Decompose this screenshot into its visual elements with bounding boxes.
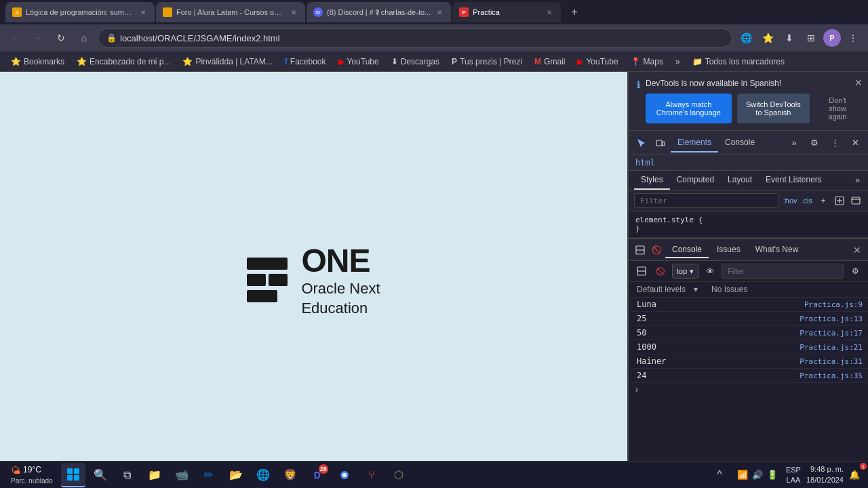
reload-button[interactable]: ↻ bbox=[52, 28, 71, 47]
tab-2[interactable]: Foro | Alura Latam - Cursos onl... ✕ bbox=[156, 2, 305, 22]
edge-button[interactable]: 🌐 bbox=[251, 463, 275, 487]
device-mode-button[interactable] bbox=[652, 134, 669, 152]
styles-filter-input[interactable] bbox=[634, 193, 779, 208]
git-button[interactable]: ⑂ bbox=[359, 463, 384, 487]
entry-link-0[interactable]: Practica.js:9 bbox=[804, 300, 863, 309]
explorer-button[interactable]: 📁 bbox=[142, 463, 167, 487]
tab-elements[interactable]: Elements bbox=[671, 134, 718, 152]
tab-styles[interactable]: Styles bbox=[634, 171, 670, 190]
tab-console[interactable]: Console bbox=[718, 134, 762, 152]
start-button[interactable] bbox=[61, 463, 85, 487]
more-devtools-tabs[interactable]: » bbox=[785, 134, 803, 152]
tab-layout[interactable]: Layout bbox=[721, 171, 759, 190]
close-devtools-button[interactable]: ✕ bbox=[846, 134, 864, 152]
bookmark-all[interactable]: 📁 Todos los marcadores bbox=[687, 54, 790, 70]
extensions-button[interactable]: ⋮ bbox=[844, 28, 863, 47]
bookmark-descargas[interactable]: ⬇ Descargas bbox=[386, 54, 445, 70]
bookmark-youtube2[interactable]: ▶ YouTube bbox=[572, 54, 623, 70]
lang-display[interactable]: ESP LAA bbox=[783, 465, 804, 485]
tab-4[interactable]: P Practica ✕ bbox=[452, 2, 561, 22]
filter-cls-button[interactable]: .cls bbox=[802, 197, 813, 205]
entry-link-1[interactable]: Practica.js:13 bbox=[800, 314, 863, 323]
close-bottom-panel-button[interactable]: ✕ bbox=[850, 243, 864, 257]
tab-whats-new-bottom[interactable]: What's New bbox=[749, 242, 806, 258]
console-sidebar-button[interactable] bbox=[634, 264, 649, 279]
entry-link-5[interactable]: Practica.js:35 bbox=[800, 371, 863, 380]
bottom-panel-btn2[interactable]: 🚫 bbox=[649, 243, 664, 258]
entry-link-2[interactable]: Practica.js:17 bbox=[800, 329, 863, 338]
dont-show-button[interactable]: Don't show again bbox=[815, 94, 860, 123]
forward-button[interactable]: → bbox=[28, 28, 47, 47]
brave-button[interactable]: 🦁 bbox=[278, 463, 302, 487]
more-styles-tabs[interactable]: » bbox=[852, 171, 863, 189]
tab-1[interactable]: A Lógica de programación: sumé... ✕ bbox=[5, 2, 155, 22]
back-button[interactable]: ← bbox=[5, 28, 24, 47]
tab-3[interactable]: D (8) Discord | #🎙charlas-de-to... ✕ bbox=[307, 2, 451, 22]
home-button[interactable]: ⌂ bbox=[75, 28, 94, 47]
clear-console-button[interactable]: 🚫 bbox=[653, 264, 668, 279]
bookmark-gmail[interactable]: M Gmail bbox=[529, 54, 570, 70]
devtools-more-options[interactable]: ⋮ bbox=[826, 134, 844, 152]
show-hidden-icons[interactable]: ^ bbox=[707, 463, 732, 487]
search-taskbar-button[interactable]: 🔍 bbox=[88, 463, 113, 487]
files-button[interactable]: 📂 bbox=[224, 463, 248, 487]
tab-1-close[interactable]: ✕ bbox=[138, 7, 148, 17]
node-button[interactable]: ⬡ bbox=[387, 463, 411, 487]
context-selector[interactable]: top ▾ bbox=[672, 264, 698, 279]
address-input[interactable]: 🔒 localhost/ORACLE/JSGAME/index2.html bbox=[98, 28, 732, 47]
tab-event-listeners[interactable]: Event Listeners bbox=[759, 171, 829, 190]
notif-close-button[interactable]: ✕ bbox=[854, 77, 863, 88]
oracle-bar-3 bbox=[247, 290, 277, 302]
bookmark-facebook[interactable]: f Facebook bbox=[279, 54, 332, 70]
weather-widget[interactable]: 🌤 19°C Parc. nublado bbox=[5, 464, 58, 485]
entry-link-3[interactable]: Practica.js:21 bbox=[800, 343, 863, 352]
context-chevron: ▾ bbox=[690, 267, 694, 276]
inspect-element-button[interactable] bbox=[633, 134, 650, 152]
bookmark-button[interactable]: ⭐ bbox=[758, 28, 777, 47]
add-style-button[interactable]: + bbox=[816, 194, 830, 207]
battery-icon[interactable]: 🔋 bbox=[767, 470, 778, 480]
console-settings-button[interactable]: ⚙ bbox=[848, 264, 863, 279]
profile-button[interactable]: P bbox=[823, 29, 841, 47]
tab-computed[interactable]: Computed bbox=[670, 171, 721, 190]
bookmarks-button[interactable]: ⭐ Bookmarks bbox=[5, 54, 70, 70]
default-levels-selector[interactable]: Default levels bbox=[637, 285, 686, 294]
taskbar-time[interactable]: 9:48 p. m. 18/01/2024 bbox=[806, 464, 844, 485]
translate-button[interactable]: 🌐 bbox=[736, 28, 755, 47]
toggle-classes-button[interactable] bbox=[849, 194, 863, 207]
bottom-panel-icon[interactable] bbox=[633, 243, 648, 258]
bookmark-prezi[interactable]: P Tus prezis | Prezi bbox=[446, 54, 528, 70]
chrome-button[interactable] bbox=[332, 463, 357, 487]
task-view-button[interactable]: ⧉ bbox=[115, 463, 140, 487]
network-icon[interactable]: 📶 bbox=[737, 470, 748, 480]
filter-hov-button[interactable]: :hov bbox=[783, 197, 797, 205]
tab-4-close[interactable]: ✕ bbox=[545, 7, 554, 17]
console-toolbar: 🚫 top ▾ 👁 ⚙ bbox=[629, 261, 868, 282]
volume-icon[interactable]: 🔊 bbox=[752, 470, 763, 480]
download-button[interactable]: ⬇ bbox=[780, 28, 799, 47]
match-language-button[interactable]: Always match Chrome's language bbox=[646, 94, 732, 123]
entry-link-4[interactable]: Practica.js:31 bbox=[800, 357, 863, 366]
bookmark-maps[interactable]: 📍 Maps bbox=[625, 54, 669, 70]
discord-badge-button[interactable]: D 28 bbox=[305, 463, 330, 487]
bookmark-encabezado[interactable]: ⭐ Encabezado de mi p... bbox=[71, 54, 176, 70]
bookmark-more[interactable]: » bbox=[670, 54, 686, 70]
tab-3-close[interactable]: ✕ bbox=[435, 7, 444, 17]
switch-spanish-button[interactable]: Switch DevTools to Spanish bbox=[737, 94, 810, 123]
new-tab-button[interactable]: + bbox=[565, 3, 584, 22]
devtools-settings[interactable]: ⚙ bbox=[806, 134, 823, 152]
notification-button[interactable]: 🔔 1 bbox=[846, 467, 863, 483]
tab-console-bottom[interactable]: Console bbox=[665, 242, 709, 258]
console-more-indicator[interactable]: › bbox=[629, 383, 868, 396]
bookmark-youtube1[interactable]: ▶ YouTube bbox=[333, 54, 384, 70]
sidebar-button[interactable]: ⊞ bbox=[802, 28, 821, 47]
vscode-button[interactable]: ✏ bbox=[197, 463, 221, 487]
new-style-rule-button[interactable] bbox=[833, 194, 846, 207]
eye-icon-button[interactable]: 👁 bbox=[703, 264, 717, 279]
tab-issues-bottom[interactable]: Issues bbox=[710, 242, 747, 258]
html-tag-label[interactable]: html bbox=[635, 158, 655, 167]
console-filter-input[interactable] bbox=[722, 264, 844, 279]
bookmark-pinvalida[interactable]: ⭐ Pinválidda | LATAM... bbox=[177, 54, 277, 70]
tab-2-close[interactable]: ✕ bbox=[289, 7, 298, 17]
teams-button[interactable]: 📹 bbox=[170, 463, 194, 487]
